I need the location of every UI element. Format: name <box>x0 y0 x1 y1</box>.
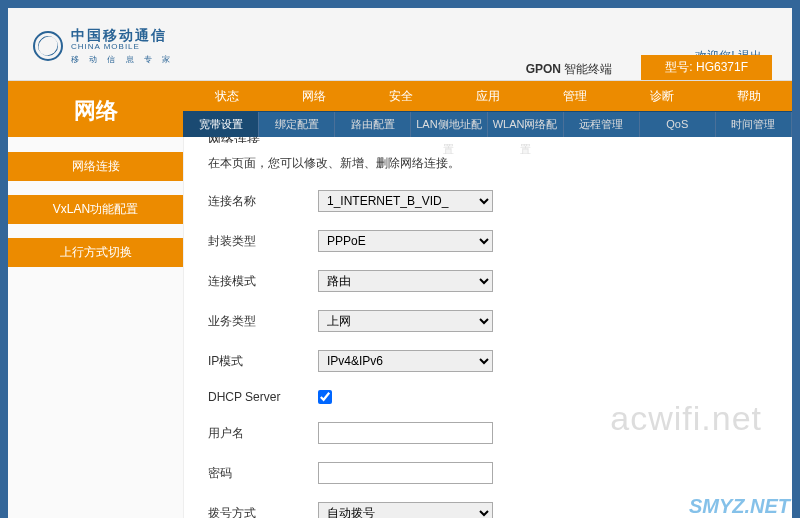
model-tab: 型号: HG6371F <box>641 55 772 80</box>
label-mode: 连接模式 <box>208 273 318 290</box>
select-service[interactable]: 上网 <box>318 310 493 332</box>
checkbox-dhcp[interactable] <box>318 390 332 404</box>
nav-manage[interactable]: 管理 <box>531 81 618 111</box>
nav-network[interactable]: 网络 <box>270 81 357 111</box>
logo-icon <box>33 31 63 61</box>
sidebar-item-uplink[interactable]: 上行方式切换 <box>8 238 183 267</box>
sidebar: 网络连接 VxLAN功能配置 上行方式切换 <box>8 137 183 518</box>
label-dial: 拨号方式 <box>208 505 318 519</box>
subnav-time[interactable]: 时间管理 <box>716 112 792 137</box>
nav-diagnose[interactable]: 诊断 <box>618 81 705 111</box>
sub-nav: 宽带设置 绑定配置 路由配置 LAN侧地址配置 WLAN网络配置 远程管理 Qo… <box>183 111 792 137</box>
brand-cn: 中国移动通信 <box>71 28 174 43</box>
brand-sub: 移 动 信 息 专 家 <box>71 56 174 65</box>
subnav-broadband[interactable]: 宽带设置 <box>183 112 259 137</box>
select-ipmode[interactable]: IPv4&IPv6 <box>318 350 493 372</box>
label-service: 业务类型 <box>208 313 318 330</box>
label-ipmode: IP模式 <box>208 353 318 370</box>
main-nav: 状态 网络 安全 应用 管理 诊断 帮助 <box>183 81 792 111</box>
device-type: GPON智能终端 <box>526 61 612 78</box>
brand-logo: 中国移动通信 CHINA MOBILE 移 动 信 息 专 家 <box>33 28 174 65</box>
nav-help[interactable]: 帮助 <box>705 81 792 111</box>
section-title: 网络连接 <box>208 137 768 143</box>
label-conn-name: 连接名称 <box>208 193 318 210</box>
nav-security[interactable]: 安全 <box>357 81 444 111</box>
nav-status[interactable]: 状态 <box>183 81 270 111</box>
subnav-wlan[interactable]: WLAN网络配置 <box>488 112 564 137</box>
subnav-route[interactable]: 路由配置 <box>335 112 411 137</box>
input-username[interactable] <box>318 422 493 444</box>
select-conn-name[interactable]: 1_INTERNET_B_VID_ <box>318 190 493 212</box>
subnav-qos[interactable]: QoS <box>640 112 716 137</box>
input-password[interactable] <box>318 462 493 484</box>
nav-app[interactable]: 应用 <box>444 81 531 111</box>
subnav-remote[interactable]: 远程管理 <box>564 112 640 137</box>
label-password: 密码 <box>208 465 318 482</box>
label-dhcp: DHCP Server <box>208 390 318 404</box>
main-content: 网络连接 在本页面，您可以修改、新增、删除网络连接。 连接名称 1_INTERN… <box>183 137 792 518</box>
select-dial[interactable]: 自动拨号 <box>318 502 493 518</box>
sidebar-item-vxlan[interactable]: VxLAN功能配置 <box>8 195 183 224</box>
select-mode[interactable]: 路由 <box>318 270 493 292</box>
page-title: 网络 <box>8 81 183 111</box>
brand-en: CHINA MOBILE <box>71 43 174 52</box>
header: 中国移动通信 CHINA MOBILE 移 动 信 息 专 家 欢迎您! 退出 … <box>8 8 792 81</box>
sidebar-item-connection[interactable]: 网络连接 <box>8 152 183 181</box>
select-encap[interactable]: PPPoE <box>318 230 493 252</box>
section-desc: 在本页面，您可以修改、新增、删除网络连接。 <box>208 155 768 172</box>
label-encap: 封装类型 <box>208 233 318 250</box>
subnav-lan[interactable]: LAN侧地址配置 <box>411 112 487 137</box>
label-username: 用户名 <box>208 425 318 442</box>
subnav-binding[interactable]: 绑定配置 <box>259 112 335 137</box>
